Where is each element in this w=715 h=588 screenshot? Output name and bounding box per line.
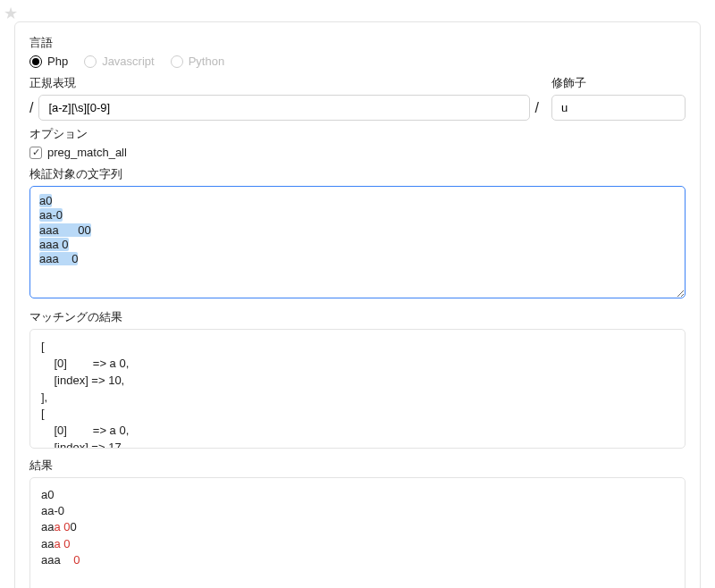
language-radio-python[interactable]: Python [171,55,224,68]
result-label: 結果 [29,458,686,474]
regex-label: 正規表現 [29,75,539,91]
test-string-label: 検証対象の文字列 [29,166,686,182]
favorite-star-icon[interactable]: ★ [4,4,18,23]
regex-delimiter-close: / [535,100,539,116]
radio-icon [171,55,183,68]
regex-tester-panel: 言語 PhpJavascriptPython 正規表現 / / 修飾子 オプショ… [14,21,701,588]
preg-match-all-checkbox[interactable] [29,147,42,159]
result-output: a0 aa-0 aaa 00 aaa 0 aaa 0 [29,477,686,588]
test-string-input[interactable] [29,186,686,298]
language-radio-group: PhpJavascriptPython [29,55,686,68]
language-label: 言語 [29,35,686,51]
radio-icon [84,55,97,68]
regex-delimiter-open: / [29,100,33,116]
radio-icon [29,55,42,68]
radio-label: Python [189,55,224,68]
radio-label: Php [47,55,68,68]
match-result-label: マッチングの結果 [29,309,686,325]
language-radio-javascript[interactable]: Javascript [84,55,155,68]
match-result-output: [ [0] => a 0, [index] => 10, ], [ [0] =>… [29,329,686,449]
modifier-label: 修飾子 [551,75,686,91]
regex-pattern-input[interactable] [38,95,529,121]
language-radio-php[interactable]: Php [29,55,68,68]
preg-match-all-label: preg_match_all [47,146,127,159]
regex-modifier-input[interactable] [551,95,686,121]
options-label: オプション [29,126,686,142]
radio-label: Javascript [102,55,155,68]
